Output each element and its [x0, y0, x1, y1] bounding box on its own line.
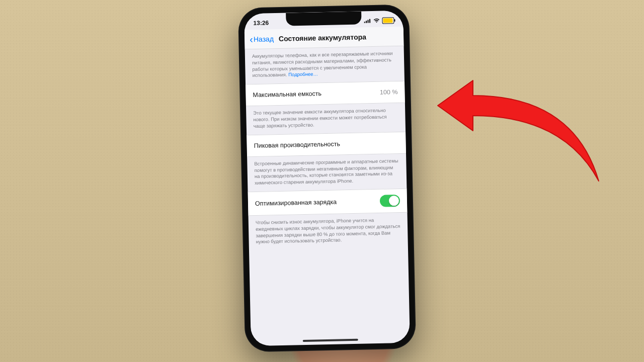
- performance-label: Пиковая производительность: [254, 140, 340, 149]
- phone-screen: 13:26 ‹ Назад Состояние аккумулятора Акк…: [244, 11, 410, 346]
- status-time: 13:26: [253, 19, 269, 27]
- svg-rect-1: [366, 21, 367, 23]
- optimized-toggle[interactable]: [380, 195, 400, 207]
- phone-frame: 13:26 ‹ Назад Состояние аккумулятора Акк…: [238, 5, 416, 352]
- intro-footer: Аккумуляторы телефона, как и все перезар…: [245, 46, 405, 84]
- nav-bar: ‹ Назад Состояние аккумулятора: [245, 27, 404, 50]
- svg-rect-0: [364, 22, 365, 23]
- intro-text: Аккумуляторы телефона, как и все перезар…: [252, 50, 393, 78]
- capacity-label: Максимальная емкость: [253, 90, 321, 99]
- performance-group: Пиковая производительность: [247, 131, 406, 157]
- settings-content[interactable]: Аккумуляторы телефона, как и все перезар…: [245, 46, 408, 251]
- optimized-footer: Чтобы снизить износ аккумулятора, iPhone…: [249, 213, 408, 251]
- home-indicator[interactable]: [303, 339, 358, 342]
- performance-cell[interactable]: Пиковая производительность: [247, 132, 406, 156]
- svg-rect-3: [369, 19, 370, 23]
- wifi-icon: [373, 18, 380, 23]
- scene-background: 13:26 ‹ Назад Состояние аккумулятора Акк…: [0, 0, 644, 362]
- back-button[interactable]: ‹ Назад: [250, 34, 274, 44]
- notch: [286, 12, 362, 26]
- status-right: [364, 17, 394, 24]
- nav-title: Состояние аккумулятора: [279, 32, 398, 43]
- optimized-group: Оптимизированная зарядка: [248, 189, 408, 216]
- optimized-label: Оптимизированная зарядка: [255, 199, 337, 207]
- capacity-cell[interactable]: Максимальная емкость 100 %: [246, 81, 405, 106]
- back-label: Назад: [254, 35, 274, 43]
- performance-footer: Встроенные динамические программные и ап…: [247, 153, 407, 192]
- cellular-icon: [364, 18, 371, 23]
- capacity-value: 100 %: [380, 88, 398, 96]
- optimized-cell: Оптимизированная зарядка: [248, 189, 408, 216]
- capacity-footer: Это текущее значение емкости аккумулятор…: [246, 103, 406, 135]
- pointer-arrow: [413, 60, 624, 191]
- svg-rect-2: [367, 20, 368, 23]
- learn-more-link[interactable]: Подробнее…: [288, 71, 318, 77]
- battery-icon: [382, 17, 394, 24]
- capacity-group: Максимальная емкость 100 %: [246, 81, 405, 107]
- chevron-left-icon: ‹: [250, 34, 253, 44]
